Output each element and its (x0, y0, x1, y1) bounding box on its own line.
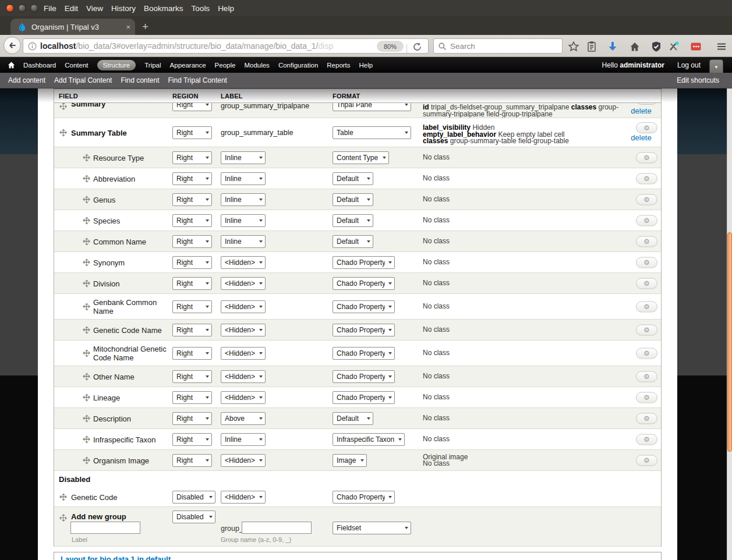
format-select[interactable]: Default (333, 412, 373, 425)
format-settings-button[interactable]: ⚙ (636, 348, 657, 359)
drag-handle[interactable] (83, 279, 90, 287)
drag-handle[interactable] (83, 373, 90, 380)
label-select[interactable]: <Hidden> (221, 391, 266, 404)
format-select[interactable]: Chado Property (333, 491, 395, 504)
shortcut-add-tripal-content[interactable]: Add Tripal Content (54, 76, 112, 84)
window-minimize-button[interactable] (18, 4, 26, 12)
drag-handle[interactable] (83, 456, 90, 464)
scrollbar-thumb[interactable] (727, 232, 732, 452)
label-select[interactable]: Inline (221, 172, 266, 185)
label-select[interactable]: Inline (221, 214, 266, 227)
admin-menu-help[interactable]: Help (359, 62, 373, 69)
format-settings-button[interactable]: ⚙ (636, 413, 657, 424)
format-select[interactable]: Chado Property (333, 300, 395, 313)
menu-help[interactable]: Help (218, 4, 234, 13)
red-extension-icon[interactable] (690, 41, 702, 52)
region-select[interactable]: Right (172, 324, 212, 336)
format-settings-button[interactable]: ⚙ (636, 215, 657, 226)
format-select[interactable]: Default (333, 172, 373, 185)
admin-menu-configuration[interactable]: Configuration (278, 62, 318, 69)
format-select[interactable]: Chado Property (333, 277, 395, 290)
region-select[interactable]: Right (172, 412, 212, 425)
label-select[interactable]: <Hidden> (221, 370, 266, 383)
browser-tab[interactable]: Organism | Tripal v3 × (10, 19, 135, 35)
menu-file[interactable]: File (44, 4, 56, 13)
format-select[interactable]: Tripal Pane (333, 103, 411, 111)
drag-handle[interactable] (83, 349, 90, 357)
region-select[interactable]: Right (172, 370, 212, 383)
format-select[interactable]: Chado Property (333, 256, 395, 269)
new-group-label-input[interactable] (70, 522, 140, 534)
drag-handle[interactable] (83, 435, 90, 443)
format-settings-button[interactable]: ⚙ (636, 257, 657, 268)
shield-icon[interactable] (650, 41, 662, 52)
downloads-icon[interactable] (607, 41, 618, 52)
menu-bookmarks[interactable]: Bookmarks (144, 4, 183, 13)
format-select[interactable]: Default (333, 235, 373, 248)
label-select[interactable]: <Hidden> (221, 300, 266, 313)
label-select[interactable]: <Hidden> (221, 256, 266, 269)
format-select[interactable]: Chado Property (333, 370, 395, 383)
format-select[interactable]: Chado Property (333, 391, 395, 404)
format-settings-button[interactable]: ⚙ (636, 434, 657, 445)
label-select[interactable]: Inline (221, 235, 266, 248)
admin-menu-people[interactable]: People (215, 62, 236, 69)
region-select[interactable]: Disabled (172, 491, 215, 504)
admin-menu-content[interactable]: Content (65, 62, 88, 69)
drag-handle[interactable] (83, 196, 90, 203)
menu-edit[interactable]: Edit (65, 4, 78, 13)
browser-scrollbar[interactable] (727, 88, 732, 560)
label-select[interactable]: <Hidden> (221, 277, 266, 290)
drag-handle[interactable] (83, 303, 90, 310)
format-settings-button[interactable]: ⚙ (636, 278, 657, 289)
logout-link[interactable]: Log out (677, 61, 701, 69)
drag-handle[interactable] (83, 238, 90, 245)
zoom-level-badge[interactable]: 80% (377, 41, 404, 52)
region-select[interactable]: Right (172, 454, 212, 467)
back-button[interactable] (3, 37, 21, 54)
region-select[interactable]: Right (172, 347, 212, 360)
format-settings-button[interactable]: ⚙ (636, 152, 657, 163)
label-select[interactable]: Inline (221, 193, 266, 206)
format-select[interactable]: Image (333, 454, 367, 467)
drag-handle[interactable] (83, 154, 90, 161)
format-select[interactable]: Content Type (333, 151, 389, 164)
format-select[interactable]: Table (333, 126, 411, 139)
tab-close-icon[interactable]: × (126, 23, 130, 31)
drag-handle[interactable] (59, 514, 67, 522)
url-bar[interactable]: localhost/bio_data/3#overlay=admin/struc… (23, 38, 429, 54)
shortcut-add-content[interactable]: Add content (8, 76, 45, 84)
drag-handle[interactable] (83, 394, 90, 401)
reload-icon[interactable] (412, 42, 422, 52)
format-select[interactable]: Default (333, 214, 373, 227)
label-select[interactable]: <Hidden> (221, 347, 266, 360)
region-select[interactable]: Right (172, 300, 212, 313)
region-select[interactable]: Right (172, 193, 212, 206)
delete-link[interactable]: delete (627, 133, 655, 142)
format-settings-button[interactable]: ⚙ (636, 122, 657, 133)
region-select[interactable]: Disabled (172, 511, 215, 523)
tools-extension-icon[interactable] (668, 41, 680, 52)
format-settings-button[interactable]: ⚙ (636, 236, 657, 247)
format-select[interactable]: Chado Property (333, 347, 395, 360)
menu-tools[interactable]: Tools (192, 4, 210, 13)
format-select[interactable]: Default (333, 193, 373, 206)
edit-shortcuts-link[interactable]: Edit shortcuts (677, 76, 719, 84)
drag-handle[interactable] (83, 326, 90, 334)
label-select[interactable]: <Hidden> (221, 491, 266, 504)
label-select[interactable]: <Hidden> (221, 324, 266, 336)
menu-history[interactable]: History (111, 4, 136, 13)
admin-menu-appearance[interactable]: Appearance (170, 62, 206, 69)
admin-menu-modules[interactable]: Modules (244, 62, 269, 69)
format-settings-button[interactable]: ⚙ (636, 103, 657, 105)
drag-handle[interactable] (59, 103, 67, 110)
drag-handle[interactable] (83, 414, 90, 422)
region-select[interactable]: Right (172, 103, 212, 111)
new-tab-button[interactable]: + (142, 21, 148, 32)
label-select[interactable]: Above (221, 412, 266, 425)
format-select[interactable]: Chado Property (333, 324, 395, 336)
format-settings-button[interactable]: ⚙ (636, 301, 657, 312)
label-select[interactable]: <Hidden> (221, 454, 266, 467)
drag-handle[interactable] (59, 129, 67, 136)
shortcut-find-tripal-content[interactable]: Find Tripal Content (168, 76, 227, 84)
